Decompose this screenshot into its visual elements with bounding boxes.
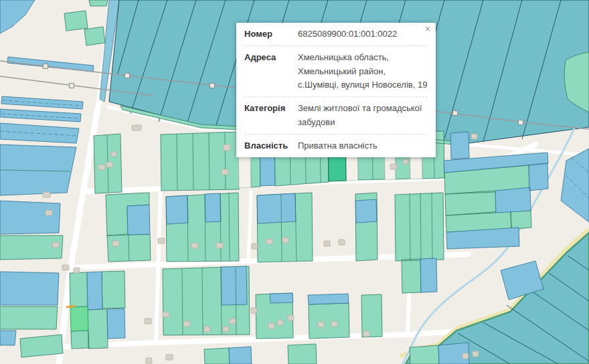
field-label: Номер (244, 27, 298, 41)
field-label: Власність (244, 139, 298, 153)
pylon-icon (44, 64, 48, 69)
popup-row-number: Номер 6825089900:01:001:0022 (244, 23, 428, 46)
popup-row-address: Адреса Хмельницька область, Хмельницький… (244, 46, 428, 97)
pylon-icon (453, 111, 458, 116)
field-label: Адреса (244, 51, 298, 92)
highlighted-parcel[interactable] (70, 306, 88, 331)
field-value: 6825089900:01:001:0022 (298, 27, 428, 41)
close-icon[interactable]: × (425, 24, 430, 33)
popup-row-ownership: Власність Приватна власність (244, 134, 428, 157)
pylon-icon (70, 84, 74, 88)
pylon-icon (210, 84, 215, 88)
popup-row-category: Категорія Землі житлової та громадської … (244, 97, 428, 134)
pylon-icon (519, 120, 523, 125)
field-label: Категорія (244, 102, 298, 130)
field-value: Приватна власність (298, 139, 428, 153)
parcel-marker-tick (66, 306, 76, 307)
cadastral-map-viewport[interactable]: × Номер 6825089900:01:001:0022 Адреса Хм… (0, 0, 589, 364)
pylon-icon (125, 74, 130, 78)
field-value: Хмельницька область, Хмельницький район,… (298, 51, 428, 92)
field-value: Землі житлової та громадської забудови (298, 102, 428, 130)
parcel-info-popup: × Номер 6825089900:01:001:0022 Адреса Хм… (236, 23, 436, 157)
